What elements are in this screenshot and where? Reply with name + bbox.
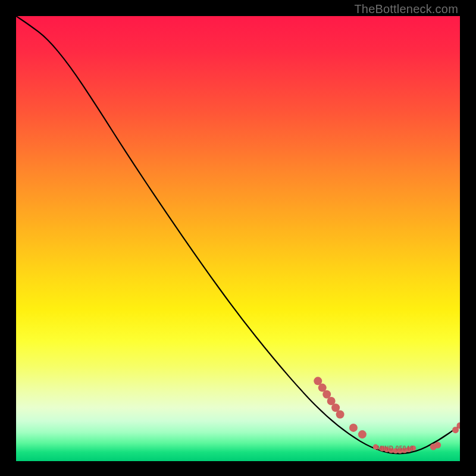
watermark: TheBottleneck.com: [354, 2, 458, 16]
plateau-cluster-label: MIND 05048: [377, 445, 414, 452]
data-dot: [358, 430, 367, 439]
data-dot: [349, 424, 358, 432]
plot-area: MIND 05048: [16, 16, 460, 461]
data-dots-descending: [314, 377, 367, 439]
data-dot: [336, 410, 345, 418]
bottleneck-curve: [16, 16, 460, 453]
data-dot: [434, 442, 441, 449]
chart-svg: MIND 05048: [16, 16, 460, 461]
